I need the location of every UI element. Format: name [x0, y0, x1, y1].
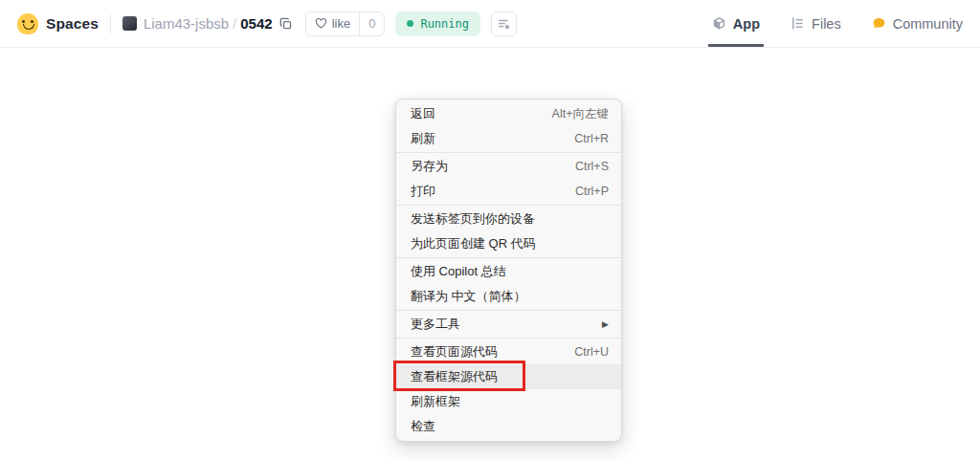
status-label: Running — [420, 17, 469, 31]
cube-icon — [712, 16, 726, 31]
like-button-left[interactable]: like — [306, 12, 360, 35]
menu-item-15[interactable]: 查看框架源代码 — [396, 364, 621, 389]
file-tree-icon — [791, 16, 805, 31]
header: Spaces Liam43-jsbsb / 0542 like 0 Runnin… — [0, 0, 980, 48]
submenu-arrow-icon: ▶ — [602, 320, 609, 329]
path-separator: / — [233, 15, 236, 32]
brand-spaces[interactable]: Spaces — [46, 15, 99, 33]
menu-item-4[interactable]: 打印Ctrl+P — [396, 179, 621, 204]
context-menu: 返回Alt+向左键刷新Ctrl+R另存为Ctrl+S打印Ctrl+P发送标签页到… — [395, 99, 622, 442]
status-badge[interactable]: Running — [395, 11, 480, 36]
menu-item-label: 发送标签页到你的设备 — [411, 210, 535, 228]
menu-item-label: 打印 — [411, 183, 435, 200]
tab-label: App — [733, 16, 760, 32]
namespace-link[interactable]: Liam43-jsbsb — [144, 15, 229, 32]
heart-icon — [315, 17, 327, 30]
menu-item-3[interactable]: 另存为Ctrl+S — [396, 154, 621, 179]
menu-item-shortcut: Ctrl+R — [574, 132, 609, 145]
menu-item-label: 检查 — [411, 418, 435, 435]
menu-item-label: 刷新框架 — [411, 393, 460, 410]
header-divider — [110, 14, 111, 33]
menu-item-6[interactable]: 发送标签页到你的设备 — [396, 207, 621, 231]
menu-item-shortcut: Ctrl+U — [574, 345, 609, 359]
tab-label: Community — [893, 16, 963, 32]
menu-separator — [396, 338, 621, 339]
menu-item-label: 另存为 — [411, 158, 448, 175]
tab-label: Files — [812, 16, 841, 32]
like-count[interactable]: 0 — [359, 12, 384, 35]
menu-item-9[interactable]: 使用 Copilot 总结 — [396, 259, 621, 284]
copy-icon[interactable] — [279, 17, 293, 31]
tab-files[interactable]: Files — [789, 0, 843, 47]
header-tabs: AppFilesCommunity — [710, 0, 965, 47]
space-name-link[interactable]: 0542 — [240, 15, 272, 32]
huggingface-logo-icon — [17, 13, 38, 34]
status-dot-icon — [407, 20, 413, 27]
tab-community[interactable]: Community — [870, 0, 965, 47]
menu-item-label: 为此页面创建 QR 代码 — [411, 235, 536, 252]
logs-button[interactable] — [491, 11, 517, 36]
menu-item-shortcut: Alt+向左键 — [552, 106, 609, 122]
menu-item-0[interactable]: 返回Alt+向左键 — [396, 101, 621, 126]
menu-item-shortcut: Ctrl+P — [575, 185, 609, 198]
menu-item-17[interactable]: 检查 — [396, 414, 621, 439]
menu-item-16[interactable]: 刷新框架 — [396, 389, 621, 414]
menu-item-label: 刷新 — [411, 130, 435, 147]
menu-separator — [396, 205, 621, 206]
tab-app[interactable]: App — [710, 0, 762, 47]
menu-item-10[interactable]: 翻译为 中文（简体） — [396, 284, 621, 309]
logs-icon — [497, 17, 510, 31]
menu-item-shortcut: Ctrl+S — [575, 160, 609, 173]
menu-separator — [396, 257, 621, 258]
menu-item-label: 更多工具 — [411, 316, 460, 333]
menu-item-label: 返回 — [411, 105, 435, 122]
menu-item-1[interactable]: 刷新Ctrl+R — [396, 126, 621, 151]
menu-item-12[interactable]: 更多工具▶ — [396, 312, 621, 337]
menu-item-label: 翻译为 中文（简体） — [411, 288, 526, 305]
menu-item-label: 查看页面源代码 — [411, 343, 498, 361]
menu-item-14[interactable]: 查看页面源代码Ctrl+U — [396, 340, 621, 364]
like-button[interactable]: like 0 — [305, 11, 386, 36]
chat-bubble-icon — [872, 16, 886, 31]
avatar[interactable] — [122, 16, 137, 31]
menu-separator — [396, 310, 621, 311]
like-label: like — [332, 16, 351, 31]
active-tab-underline — [708, 44, 764, 47]
menu-item-label: 使用 Copilot 总结 — [411, 263, 506, 280]
menu-item-7[interactable]: 为此页面创建 QR 代码 — [396, 231, 621, 256]
menu-item-label: 查看框架源代码 — [411, 368, 498, 385]
menu-separator — [396, 152, 621, 153]
